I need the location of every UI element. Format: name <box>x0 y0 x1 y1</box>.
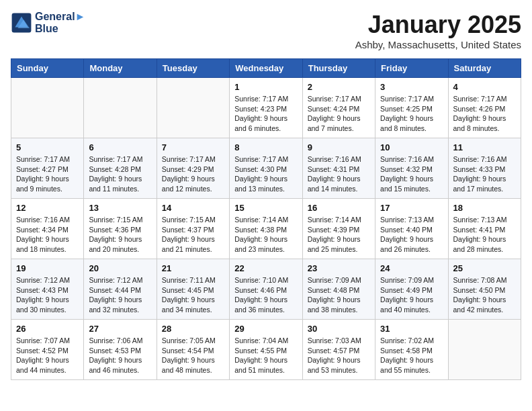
day-info: Sunrise: 7:03 AMSunset: 4:57 PMDaylight:… <box>308 336 370 375</box>
day-number: 6 <box>89 142 151 152</box>
calendar-day-2: 2Sunrise: 7:17 AMSunset: 4:24 PMDaylight… <box>302 78 375 138</box>
logo-icon <box>11 12 32 34</box>
day-info: Sunrise: 7:13 AMSunset: 4:41 PMDaylight:… <box>453 215 516 255</box>
calendar-empty-cell <box>448 320 521 380</box>
day-number: 1 <box>234 82 297 92</box>
day-number: 25 <box>453 263 516 273</box>
weekday-header-sunday: Sunday <box>11 59 84 78</box>
day-info: Sunrise: 7:17 AMSunset: 4:28 PMDaylight:… <box>89 154 151 194</box>
calendar-day-21: 21Sunrise: 7:11 AMSunset: 4:45 PMDayligh… <box>157 259 229 320</box>
calendar-week-row: 5Sunrise: 7:17 AMSunset: 4:27 PMDaylight… <box>11 138 521 199</box>
day-info: Sunrise: 7:07 AMSunset: 4:52 PMDaylight:… <box>16 336 79 375</box>
calendar-day-10: 10Sunrise: 7:16 AMSunset: 4:32 PMDayligh… <box>375 138 448 199</box>
calendar-empty-cell <box>11 78 84 138</box>
day-number: 5 <box>16 142 79 152</box>
calendar-day-1: 1Sunrise: 7:17 AMSunset: 4:23 PMDaylight… <box>230 78 302 138</box>
day-number: 14 <box>162 203 224 213</box>
day-info: Sunrise: 7:14 AMSunset: 4:38 PMDaylight:… <box>234 215 297 255</box>
calendar-day-31: 31Sunrise: 7:02 AMSunset: 4:58 PMDayligh… <box>375 320 448 380</box>
day-info: Sunrise: 7:09 AMSunset: 4:49 PMDaylight:… <box>380 275 443 315</box>
calendar-day-16: 16Sunrise: 7:14 AMSunset: 4:39 PMDayligh… <box>302 199 375 259</box>
weekday-header-wednesday: Wednesday <box>230 59 302 78</box>
day-number: 10 <box>380 142 443 152</box>
calendar-day-22: 22Sunrise: 7:10 AMSunset: 4:46 PMDayligh… <box>230 259 302 320</box>
calendar-day-4: 4Sunrise: 7:17 AMSunset: 4:26 PMDaylight… <box>448 78 521 138</box>
logo-text: General► Blue <box>35 11 85 35</box>
weekday-header-row: SundayMondayTuesdayWednesdayThursdayFrid… <box>11 59 521 78</box>
calendar-week-row: 26Sunrise: 7:07 AMSunset: 4:52 PMDayligh… <box>11 320 521 380</box>
day-info: Sunrise: 7:02 AMSunset: 4:58 PMDaylight:… <box>380 336 443 375</box>
day-number: 4 <box>453 82 516 92</box>
calendar-day-12: 12Sunrise: 7:16 AMSunset: 4:34 PMDayligh… <box>11 199 84 259</box>
calendar-table: SundayMondayTuesdayWednesdayThursdayFrid… <box>11 58 521 380</box>
calendar-day-8: 8Sunrise: 7:17 AMSunset: 4:30 PMDaylight… <box>230 138 302 199</box>
day-number: 15 <box>234 203 297 213</box>
calendar-day-9: 9Sunrise: 7:16 AMSunset: 4:31 PMDaylight… <box>302 138 375 199</box>
weekday-header-friday: Friday <box>375 59 448 78</box>
calendar-day-19: 19Sunrise: 7:12 AMSunset: 4:43 PMDayligh… <box>11 259 84 320</box>
day-info: Sunrise: 7:16 AMSunset: 4:33 PMDaylight:… <box>453 154 516 194</box>
day-number: 26 <box>16 324 79 334</box>
day-number: 19 <box>16 263 79 273</box>
day-number: 2 <box>308 82 370 92</box>
calendar-empty-cell <box>84 78 157 138</box>
calendar-day-17: 17Sunrise: 7:13 AMSunset: 4:40 PMDayligh… <box>375 199 448 259</box>
calendar-week-row: 19Sunrise: 7:12 AMSunset: 4:43 PMDayligh… <box>11 259 521 320</box>
day-info: Sunrise: 7:04 AMSunset: 4:55 PMDaylight:… <box>234 336 297 375</box>
day-info: Sunrise: 7:16 AMSunset: 4:32 PMDaylight:… <box>380 154 443 194</box>
calendar-day-26: 26Sunrise: 7:07 AMSunset: 4:52 PMDayligh… <box>11 320 84 380</box>
month-title: January 2025 <box>355 11 521 39</box>
day-info: Sunrise: 7:12 AMSunset: 4:44 PMDaylight:… <box>89 275 151 315</box>
calendar-day-15: 15Sunrise: 7:14 AMSunset: 4:38 PMDayligh… <box>230 199 302 259</box>
day-number: 17 <box>380 203 443 213</box>
day-info: Sunrise: 7:05 AMSunset: 4:54 PMDaylight:… <box>162 336 224 375</box>
day-info: Sunrise: 7:17 AMSunset: 4:29 PMDaylight:… <box>162 154 224 194</box>
day-info: Sunrise: 7:11 AMSunset: 4:45 PMDaylight:… <box>162 275 224 315</box>
day-info: Sunrise: 7:15 AMSunset: 4:37 PMDaylight:… <box>162 215 224 255</box>
title-block: January 2025 Ashby, Massachusetts, Unite… <box>355 11 521 50</box>
day-number: 20 <box>89 263 151 273</box>
calendar-day-18: 18Sunrise: 7:13 AMSunset: 4:41 PMDayligh… <box>448 199 521 259</box>
day-number: 11 <box>453 142 516 152</box>
day-info: Sunrise: 7:12 AMSunset: 4:43 PMDaylight:… <box>16 275 79 315</box>
page-header: General► Blue January 2025 Ashby, Massac… <box>11 11 521 50</box>
calendar-day-23: 23Sunrise: 7:09 AMSunset: 4:48 PMDayligh… <box>302 259 375 320</box>
weekday-header-tuesday: Tuesday <box>157 59 229 78</box>
day-info: Sunrise: 7:17 AMSunset: 4:24 PMDaylight:… <box>308 94 370 134</box>
calendar-day-30: 30Sunrise: 7:03 AMSunset: 4:57 PMDayligh… <box>302 320 375 380</box>
calendar-day-3: 3Sunrise: 7:17 AMSunset: 4:25 PMDaylight… <box>375 78 448 138</box>
day-number: 13 <box>89 203 151 213</box>
calendar-day-29: 29Sunrise: 7:04 AMSunset: 4:55 PMDayligh… <box>230 320 302 380</box>
calendar-day-27: 27Sunrise: 7:06 AMSunset: 4:53 PMDayligh… <box>84 320 157 380</box>
day-info: Sunrise: 7:17 AMSunset: 4:30 PMDaylight:… <box>234 154 297 194</box>
day-info: Sunrise: 7:13 AMSunset: 4:40 PMDaylight:… <box>380 215 443 255</box>
weekday-header-monday: Monday <box>84 59 157 78</box>
weekday-header-thursday: Thursday <box>302 59 375 78</box>
location: Ashby, Massachusetts, United States <box>355 39 521 50</box>
calendar-day-6: 6Sunrise: 7:17 AMSunset: 4:28 PMDaylight… <box>84 138 157 199</box>
day-number: 28 <box>162 324 224 334</box>
day-number: 9 <box>308 142 370 152</box>
day-number: 31 <box>380 324 443 334</box>
calendar-day-25: 25Sunrise: 7:08 AMSunset: 4:50 PMDayligh… <box>448 259 521 320</box>
day-info: Sunrise: 7:17 AMSunset: 4:25 PMDaylight:… <box>380 94 443 134</box>
day-number: 24 <box>380 263 443 273</box>
day-number: 7 <box>162 142 224 152</box>
calendar-day-20: 20Sunrise: 7:12 AMSunset: 4:44 PMDayligh… <box>84 259 157 320</box>
day-number: 21 <box>162 263 224 273</box>
day-info: Sunrise: 7:17 AMSunset: 4:23 PMDaylight:… <box>234 94 297 134</box>
calendar-day-24: 24Sunrise: 7:09 AMSunset: 4:49 PMDayligh… <box>375 259 448 320</box>
day-info: Sunrise: 7:10 AMSunset: 4:46 PMDaylight:… <box>234 275 297 315</box>
calendar-day-11: 11Sunrise: 7:16 AMSunset: 4:33 PMDayligh… <box>448 138 521 199</box>
day-number: 3 <box>380 82 443 92</box>
day-info: Sunrise: 7:09 AMSunset: 4:48 PMDaylight:… <box>308 275 370 315</box>
day-info: Sunrise: 7:15 AMSunset: 4:36 PMDaylight:… <box>89 215 151 255</box>
day-number: 22 <box>234 263 297 273</box>
day-number: 18 <box>453 203 516 213</box>
day-info: Sunrise: 7:06 AMSunset: 4:53 PMDaylight:… <box>89 336 151 375</box>
weekday-header-saturday: Saturday <box>448 59 521 78</box>
day-number: 12 <box>16 203 79 213</box>
day-info: Sunrise: 7:16 AMSunset: 4:31 PMDaylight:… <box>308 154 370 194</box>
day-info: Sunrise: 7:17 AMSunset: 4:26 PMDaylight:… <box>453 94 516 134</box>
day-number: 16 <box>308 203 370 213</box>
